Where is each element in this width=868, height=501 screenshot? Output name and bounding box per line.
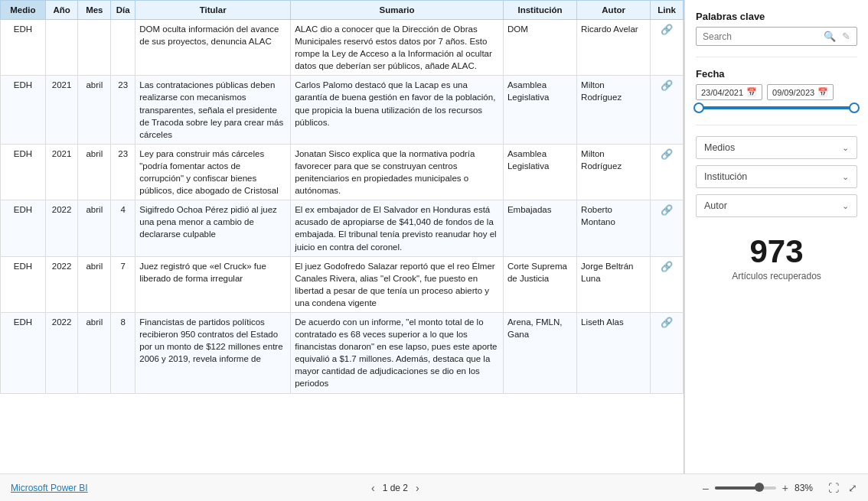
col-header-sumario[interactable]: Sumario (291, 1, 504, 20)
cell-institucion: Asamblea Legislativa (503, 144, 576, 200)
date-start-value: 23/04/2021 (701, 88, 743, 97)
cell-mes: abril (78, 312, 111, 393)
cell-mes: abril (78, 76, 111, 144)
palabras-clave-title: Palabras clave (696, 11, 857, 22)
link-icon[interactable]: 🔗 (661, 80, 673, 91)
date-row: 23/04/2021 📅 09/09/2023 📅 (696, 84, 857, 100)
medios-chevron-icon: ⌄ (842, 143, 849, 153)
page-prev-button[interactable]: ‹ (371, 482, 375, 494)
cell-sumario: Carlos Palomo destacó que la Lacap es un… (291, 76, 504, 144)
medios-dropdown[interactable]: Medios ⌄ (696, 136, 857, 159)
col-header-autor[interactable]: Autor (577, 1, 651, 20)
cell-mes: abril (78, 256, 111, 312)
zoom-slider-thumb[interactable] (755, 483, 764, 492)
pagination: ‹ 1 de 2 › (371, 482, 419, 494)
cell-medio: EDH (1, 76, 46, 144)
fecha-title: Fecha (696, 68, 857, 80)
cell-autor: Milton Rodríguez (577, 144, 651, 200)
cell-mes: abril (78, 200, 111, 256)
table-row: EDH2021abril23Ley para construir más cár… (1, 144, 684, 200)
table-row: EDH2022abril7Juez registró que «el Cruck… (1, 256, 684, 312)
slider-fill (699, 106, 854, 109)
powerbi-link[interactable]: Microsoft Power BI (11, 483, 88, 493)
link-icon[interactable]: 🔗 (661, 148, 673, 160)
cell-medio: EDH (1, 144, 46, 200)
cell-ano: 2022 (45, 312, 78, 393)
cell-titular: Las contrataciones públicas deben realiz… (135, 76, 291, 144)
bottom-bar: Microsoft Power BI ‹ 1 de 2 › – + 83% ⛶ … (0, 473, 868, 501)
cell-titular: Sigifredo Ochoa Pérez pidió al juez una … (135, 200, 291, 256)
fullscreen-icon[interactable]: ⛶ (828, 482, 839, 494)
articles-table: Medio Año Mes Día Titular Sumario Instit… (0, 0, 684, 394)
fecha-section: Fecha 23/04/2021 📅 09/09/2023 📅 (696, 68, 857, 114)
cell-sumario: ALAC dio a conocer que la Dirección de O… (291, 20, 504, 76)
col-header-medio[interactable]: Medio (1, 1, 46, 20)
cell-mes (78, 20, 111, 76)
institucion-chevron-icon: ⌄ (842, 172, 849, 182)
edit-icon[interactable]: ✎ (842, 31, 850, 42)
cell-dia: 23 (111, 144, 135, 200)
cell-link[interactable]: 🔗 (651, 144, 684, 200)
zoom-area: – + 83% (703, 482, 819, 494)
slider-thumb-left[interactable] (693, 102, 704, 113)
autor-dropdown[interactable]: Autor ⌄ (696, 194, 857, 217)
cell-autor: Liseth Alas (577, 312, 651, 393)
search-input[interactable] (703, 31, 821, 42)
table-area: Medio Año Mes Día Titular Sumario Instit… (0, 0, 684, 473)
medios-label: Medios (704, 142, 735, 153)
cell-link[interactable]: 🔗 (651, 312, 684, 393)
col-header-ano[interactable]: Año (45, 1, 78, 20)
date-start-input[interactable]: 23/04/2021 📅 (696, 84, 762, 100)
col-header-titular[interactable]: Titular (135, 1, 291, 20)
cell-sumario: El ex embajador de El Salvador en Hondur… (291, 200, 504, 256)
expand-icon[interactable]: ⤢ (848, 482, 857, 494)
date-end-input[interactable]: 09/09/2023 📅 (767, 84, 834, 100)
table-row: EDH2022abril8Financistas de partidos pol… (1, 312, 684, 393)
cell-ano: 2022 (45, 200, 78, 256)
zoom-plus-button[interactable]: + (782, 482, 788, 494)
cell-institucion: Arena, FMLN, Gana (503, 312, 576, 393)
link-icon[interactable]: 🔗 (661, 317, 673, 328)
col-header-link[interactable]: Link (651, 1, 684, 20)
cell-autor: Milton Rodríguez (577, 76, 651, 144)
link-icon[interactable]: 🔗 (661, 24, 673, 35)
cell-institucion: Asamblea Legislativa (503, 76, 576, 144)
cell-ano (45, 20, 78, 76)
col-header-dia[interactable]: Día (111, 1, 135, 20)
cell-dia: 23 (111, 76, 135, 144)
date-range-slider[interactable] (699, 106, 854, 109)
cell-autor: Ricardo Avelar (577, 20, 651, 76)
date-end-value: 09/09/2023 (772, 88, 814, 97)
cell-medio: EDH (1, 20, 46, 76)
cell-ano: 2022 (45, 256, 78, 312)
institucion-dropdown[interactable]: Institución ⌄ (696, 165, 857, 188)
divider-1 (696, 57, 857, 57)
zoom-slider-fill (715, 486, 759, 490)
cell-titular: Juez registró que «el Cruck» fue liberad… (135, 256, 291, 312)
cell-medio: EDH (1, 200, 46, 256)
link-icon[interactable]: 🔗 (661, 261, 673, 272)
table-row: EDH2021abril23Las contrataciones pública… (1, 76, 684, 144)
institucion-label: Institución (704, 171, 747, 182)
page-next-button[interactable]: › (416, 482, 419, 494)
col-header-institucion[interactable]: Institución (503, 1, 576, 20)
zoom-minus-button[interactable]: – (703, 482, 709, 494)
page-indicator: 1 de 2 (383, 483, 408, 493)
cell-link[interactable]: 🔗 (651, 20, 684, 76)
divider-2 (696, 125, 857, 125)
filters-section: Medios ⌄ Institución ⌄ Autor ⌄ (696, 136, 857, 217)
right-panel: Palabras clave 🔍 ✎ Fecha 23/04/2021 📅 09… (684, 0, 868, 473)
cell-link[interactable]: 🔗 (651, 256, 684, 312)
articles-count-section: 973 Artículos recuperados (696, 236, 857, 281)
slider-thumb-right[interactable] (849, 102, 860, 113)
col-header-mes[interactable]: Mes (78, 1, 111, 20)
cell-link[interactable]: 🔗 (651, 200, 684, 256)
cell-dia (111, 20, 135, 76)
cell-titular: Financistas de partidos políticos recibi… (135, 312, 291, 393)
cell-link[interactable]: 🔗 (651, 76, 684, 144)
bottom-right: – + 83% ⛶ ⤢ (703, 482, 857, 494)
zoom-slider[interactable] (715, 486, 776, 490)
link-icon[interactable]: 🔗 (661, 204, 673, 216)
cell-institucion: Embajadas (503, 200, 576, 256)
search-box[interactable]: 🔍 ✎ (696, 27, 857, 46)
